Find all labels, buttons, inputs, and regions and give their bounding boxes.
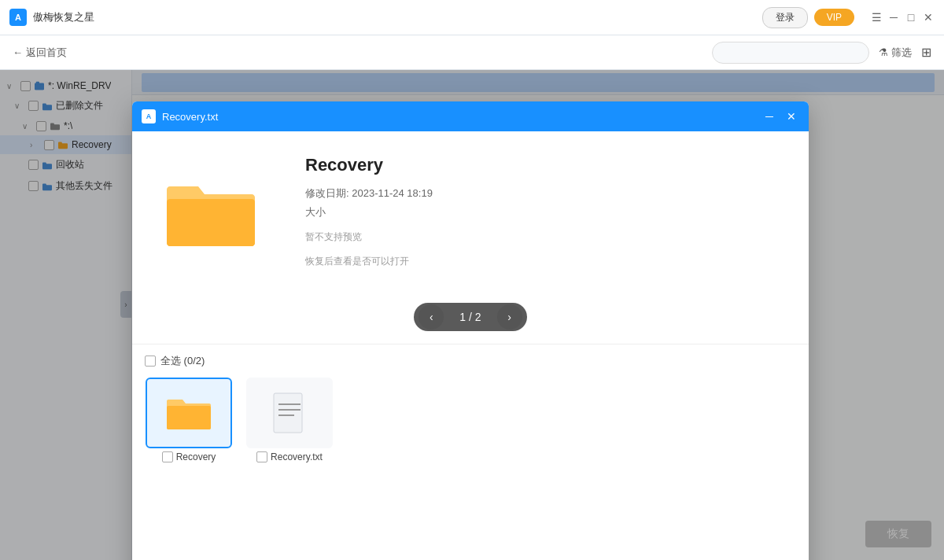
search-input[interactable]	[712, 42, 869, 64]
pagination-text: 1 / 2	[459, 311, 481, 323]
preview-section: Recovery 修改日期: 2023-11-24 18:19 大小 暂不支持预…	[132, 131, 809, 295]
pagination-bar: ‹ 1 / 2 ›	[132, 295, 809, 344]
next-page-button[interactable]: ›	[497, 304, 522, 330]
back-arrow-icon: ←	[13, 46, 23, 58]
prev-page-button[interactable]: ‹	[419, 304, 444, 330]
app-logo: A	[9, 9, 27, 26]
back-label: 返回首页	[26, 46, 67, 60]
login-button[interactable]: 登录	[762, 7, 808, 28]
file-info-size: 大小	[305, 205, 777, 219]
select-all-label: 全选 (0/2)	[160, 354, 205, 368]
svg-rect-3	[274, 393, 302, 433]
back-button[interactable]: ← 返回首页	[13, 46, 67, 60]
maximize-icon[interactable]: □	[905, 11, 917, 24]
modal-title: Recovery.txt	[162, 111, 755, 123]
file-info-preview-note2: 恢复后查看是否可以打开	[305, 255, 777, 268]
file-info-modified: 修改日期: 2023-11-24 18:19	[305, 186, 777, 201]
file-label-row: Recovery	[162, 451, 216, 462]
preview-modal: A Recovery.txt ─ ✕	[132, 101, 809, 560]
folder-preview-icon	[164, 174, 258, 252]
filter-icon: ⚗	[879, 46, 888, 58]
file-checkbox[interactable]	[256, 451, 267, 462]
file-item-name: Recovery.txt	[271, 451, 323, 462]
app-title: 傲梅恢复之星	[33, 10, 94, 24]
modal-logo: A	[142, 109, 156, 123]
file-item-recovery[interactable]: Recovery	[145, 378, 233, 462]
grid-view-button[interactable]: ⊞	[921, 45, 931, 60]
vip-button[interactable]: VIP	[814, 9, 854, 26]
modal-minimize-icon[interactable]: ─	[761, 109, 777, 124]
select-all-row: 全选 (0/2)	[145, 354, 796, 368]
minimize-icon[interactable]: ─	[887, 11, 900, 24]
filter-button[interactable]: ⚗ 筛选	[879, 46, 912, 60]
file-item-recovery-txt[interactable]: Recovery.txt	[245, 378, 334, 462]
file-info-name: Recovery	[305, 155, 777, 175]
select-all-checkbox[interactable]	[145, 356, 156, 367]
file-thumb-txt	[246, 378, 333, 448]
file-info-panel: Recovery 修改日期: 2023-11-24 18:19 大小 暂不支持预…	[305, 155, 777, 271]
close-icon[interactable]: ✕	[922, 11, 935, 24]
file-info-preview-note: 暂不支持预览	[305, 230, 777, 244]
modal-close-icon[interactable]: ✕	[784, 109, 799, 124]
modal-titlebar: A Recovery.txt ─ ✕	[132, 101, 809, 131]
file-grid: Recovery	[145, 378, 796, 462]
file-item-name: Recovery	[176, 451, 216, 462]
file-label-row: Recovery.txt	[256, 451, 323, 462]
file-checkbox[interactable]	[162, 451, 173, 462]
filter-label: 筛选	[891, 46, 912, 60]
menu-icon[interactable]: ☰	[870, 11, 883, 24]
file-thumb-recovery	[146, 378, 232, 448]
file-grid-section: 全选 (0/2)	[132, 344, 809, 560]
